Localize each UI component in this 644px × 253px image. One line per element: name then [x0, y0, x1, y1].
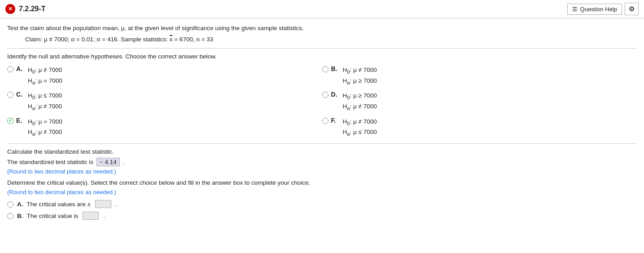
option-f-h0: H0: μ ≠ 7000: [343, 117, 377, 128]
x-icon: ✕: [5, 4, 15, 14]
option-a: A. H0: μ ≠ 7000 Ha: μ = 7000: [7, 64, 322, 87]
radio-c[interactable]: [7, 92, 13, 98]
question-help-button[interactable]: ☰ Question Help: [567, 4, 622, 15]
option-b-content: H0: μ ≠ 7000 Ha: μ ≥ 7000: [343, 65, 377, 86]
hypotheses-prompt: Identify the null and alternative hypoth…: [7, 53, 637, 60]
option-c-h0: H0: μ ≤ 7000: [28, 91, 62, 102]
option-e-content: H0: μ = 7000 Ha: μ ≠ 7000: [28, 117, 62, 138]
header-left: ✕ 7.2.29-T: [5, 4, 46, 14]
radio-a[interactable]: [7, 66, 13, 72]
test-statistic-line: The standardized test statistic is − 4.1…: [7, 158, 637, 166]
option-a-label: A.: [16, 65, 25, 72]
option-f-label: F.: [331, 117, 340, 124]
option-d-label: D.: [331, 91, 340, 98]
critical-option-b-row: B. The critical value is .: [7, 212, 637, 220]
gear-button[interactable]: ⚙: [625, 3, 639, 15]
option-e-label: E.: [16, 117, 25, 124]
critical-b-input[interactable]: [83, 212, 99, 220]
option-f: F. H0: μ ≠ 7000 Ha: μ ≤ 7000: [322, 116, 637, 139]
critical-a-label: A.: [17, 201, 23, 208]
option-b-ha: Ha: μ ≥ 7000: [343, 76, 377, 87]
option-a-ha: Ha: μ = 7000: [28, 76, 62, 87]
option-c-content: H0: μ ≤ 7000 Ha: μ ≠ 7000: [28, 91, 62, 112]
critical-a-text-before: The critical values are ±: [27, 201, 91, 208]
option-d: D. H0: μ ≥ 7000 Ha: μ ≠ 7000: [322, 90, 637, 113]
critical-a-period: .: [116, 201, 118, 208]
option-b-h0: H0: μ ≠ 7000: [343, 65, 377, 76]
problem-id: 7.2.29-T: [19, 5, 46, 13]
critical-option-a-row: A. The critical values are ± .: [7, 200, 637, 208]
gear-icon: ⚙: [629, 5, 635, 13]
critical-prompt: Determine the critical value(s). Select …: [7, 179, 637, 186]
option-c-label: C.: [16, 91, 25, 98]
critical-note: (Round to two decimal places as needed.): [7, 189, 637, 195]
radio-critical-a[interactable]: [7, 201, 13, 208]
option-d-h0: H0: μ ≥ 7000: [343, 91, 377, 102]
options-grid: A. H0: μ ≠ 7000 Ha: μ = 7000 B. H0: μ ≠ …: [7, 64, 637, 139]
option-a-h0: H0: μ ≠ 7000: [28, 65, 62, 76]
critical-b-label: B.: [17, 213, 23, 219]
divider-2: [7, 143, 637, 144]
option-c-ha: Ha: μ ≠ 7000: [28, 102, 62, 112]
option-f-ha: Ha: μ ≤ 7000: [343, 127, 377, 138]
x-bar: x: [170, 36, 173, 43]
radio-b[interactable]: [322, 66, 329, 72]
option-d-ha: Ha: μ ≠ 7000: [343, 102, 377, 112]
option-d-content: H0: μ ≥ 7000 Ha: μ ≠ 7000: [343, 91, 377, 112]
radio-e-checked[interactable]: [7, 118, 13, 124]
option-e: E. H0: μ = 7000 Ha: μ ≠ 7000: [7, 116, 322, 139]
option-f-content: H0: μ ≠ 7000 Ha: μ ≤ 7000: [343, 117, 377, 138]
critical-b-text-before: The critical value is: [27, 213, 79, 219]
calculate-prompt: Calculate the standardized test statisti…: [7, 148, 637, 155]
header-right: ☰ Question Help ⚙: [567, 3, 639, 15]
option-e-ha: Ha: μ ≠ 7000: [28, 127, 62, 138]
problem-statement: Test the claim about the population mean…: [7, 25, 637, 31]
option-b: B. H0: μ ≠ 7000 Ha: μ ≥ 7000: [322, 64, 637, 87]
standardized-value: − 4.14: [96, 158, 120, 166]
radio-critical-b[interactable]: [7, 213, 13, 219]
radio-d[interactable]: [322, 92, 329, 98]
critical-a-input[interactable]: [95, 200, 111, 208]
radio-f[interactable]: [322, 118, 329, 124]
header: ✕ 7.2.29-T ☰ Question Help ⚙: [0, 0, 644, 18]
standardized-label: The standardized test statistic is: [7, 159, 93, 165]
critical-options: A. The critical values are ± . B. The cr…: [7, 200, 637, 220]
claim-line: Claim: μ ≠ 7000; α = 0.01; σ = 416. Samp…: [25, 36, 637, 43]
option-a-content: H0: μ ≠ 7000 Ha: μ = 7000: [28, 65, 62, 86]
period: .: [123, 159, 125, 165]
option-c: C. H0: μ ≤ 7000 Ha: μ ≠ 7000: [7, 90, 322, 113]
critical-b-period: .: [103, 213, 105, 219]
option-e-h0: H0: μ = 7000: [28, 117, 62, 128]
list-icon: ☰: [572, 6, 578, 13]
question-help-label: Question Help: [580, 6, 617, 13]
standardized-note: (Round to two decimal places as needed.): [7, 168, 637, 175]
option-b-label: B.: [331, 65, 340, 72]
divider-1: [7, 48, 637, 49]
main-content: Test the claim about the population mean…: [0, 18, 644, 230]
